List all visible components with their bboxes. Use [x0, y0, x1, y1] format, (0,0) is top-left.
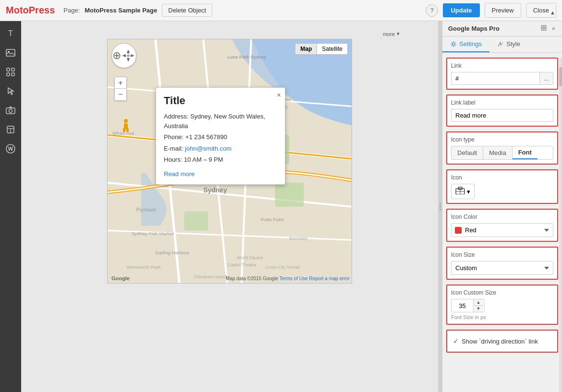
page-label: Page: — [63, 7, 80, 14]
stepper-up-button[interactable]: ▲ — [474, 299, 483, 306]
svg-text:Boundary: Boundary — [290, 236, 308, 241]
read-more-link[interactable]: Read more — [164, 170, 277, 178]
editor-area: more ▾ — [21, 21, 438, 392]
topbar: MotoPress Page: MotoPress Sample Page De… — [0, 0, 562, 21]
svg-rect-49 — [123, 128, 125, 132]
map-type-controls: Map Satellite — [295, 43, 348, 55]
icon-custom-size-label: Icon Custom Size — [451, 289, 553, 296]
icon-type-media-button[interactable]: Media — [483, 146, 512, 159]
left-sidebar: T W — [0, 21, 21, 392]
icon-preview — [455, 187, 465, 196]
icon-color-select[interactable]: Red Blue Green Black White — [451, 223, 553, 237]
style-tab-label: Style — [506, 40, 520, 48]
zoom-out-button[interactable]: − — [115, 89, 126, 100]
map-button[interactable]: Map — [295, 44, 317, 54]
icon-size-select[interactable]: Small Medium Large Custom — [451, 261, 553, 275]
svg-text:Darling Harbour: Darling Harbour — [156, 250, 190, 255]
zoom-controls: + − — [114, 77, 127, 101]
map-attribution: Map data ©2015 Google Terms of Use Repor… — [226, 276, 350, 281]
svg-text:Pyrmont: Pyrmont — [136, 207, 156, 213]
svg-point-7 — [9, 109, 12, 113]
sidebar-icon-wp[interactable]: W — [2, 140, 19, 157]
icon-type-group: Default Media Font — [451, 146, 553, 160]
sidebar-icon-camera[interactable] — [2, 102, 19, 119]
icon-custom-size-input[interactable] — [452, 299, 473, 312]
svg-rect-2 — [7, 68, 10, 71]
panel-close-button[interactable]: × — [550, 25, 556, 32]
sidebar-icon-grid[interactable] — [2, 63, 19, 81]
icon-type-font-button[interactable]: Font — [513, 146, 538, 159]
icon-type-default-button[interactable]: Default — [452, 146, 483, 159]
svg-rect-56 — [544, 25, 546, 27]
icon-type-section: Icon type Default Media Font — [446, 131, 558, 165]
panel-expand-button[interactable] — [540, 25, 548, 32]
sidebar-icon-image[interactable] — [2, 44, 19, 61]
help-button[interactable]: ? — [426, 4, 438, 17]
terms-link[interactable]: Terms of Use — [280, 276, 308, 281]
popup-title: Title — [164, 95, 277, 107]
driving-direction-toggle[interactable]: ✓ — [453, 337, 459, 345]
svg-text:Potts Point: Potts Point — [261, 217, 284, 222]
link-action-button[interactable]: ... — [539, 72, 553, 84]
map-data-text: Map data ©2015 Google — [226, 276, 278, 281]
svg-text:Luna Park Sydney: Luna Park Sydney — [227, 54, 266, 59]
popup-address: Address: Sydney, New South Wales, Austra… — [164, 112, 277, 131]
resize-dot — [440, 203, 441, 204]
svg-marker-45 — [131, 54, 134, 57]
page-name: MotoPress Sample Page — [85, 7, 157, 14]
color-select-wrapper: Red Blue Green Black White — [451, 223, 553, 237]
settings-icon — [450, 41, 457, 48]
sidebar-icon-cursor[interactable] — [2, 83, 19, 100]
svg-marker-42 — [127, 49, 130, 53]
svg-text:W: W — [8, 146, 13, 152]
link-input[interactable] — [452, 72, 539, 84]
more-icon: ▾ — [397, 31, 400, 37]
email-link[interactable]: john@smith.com — [185, 145, 232, 152]
zoom-in-button[interactable]: + — [115, 77, 126, 89]
preview-button[interactable]: Preview — [485, 3, 521, 18]
update-button[interactable]: Update — [443, 3, 479, 17]
sidebar-icon-box[interactable] — [2, 121, 19, 138]
popup-hours: Hours: 10 AM – 9 PM — [164, 155, 277, 165]
icon-selector[interactable]: ▾ — [451, 184, 475, 199]
svg-rect-57 — [541, 28, 543, 30]
stepper-buttons: ▲ ▼ — [473, 299, 483, 312]
report-link[interactable]: Report a map error — [309, 276, 350, 281]
panel-scrollbar-thumb[interactable] — [559, 67, 562, 86]
email-label: E-mail: — [164, 145, 183, 152]
svg-text:World Square: World Square — [237, 255, 263, 260]
driving-direction-label: Show `driving direction` link — [462, 338, 538, 345]
svg-rect-3 — [12, 68, 14, 71]
svg-text:Sydney Fish Market: Sydney Fish Market — [132, 231, 174, 236]
link-label-input[interactable] — [451, 109, 553, 122]
svg-rect-58 — [544, 28, 546, 30]
svg-rect-5 — [12, 73, 14, 76]
sidebar-icon-text[interactable]: T — [2, 25, 19, 42]
tab-style[interactable]: Style — [489, 36, 528, 52]
icon-custom-size-wrapper: ▲ ▼ — [451, 299, 485, 312]
map-nav-arrows[interactable] — [111, 43, 136, 68]
link-label-section: Link label — [446, 95, 558, 127]
popup-close-button[interactable]: × — [277, 91, 281, 99]
pegman-icon[interactable] — [121, 119, 131, 135]
link-label-section-label: Link label — [451, 99, 553, 106]
custom-size-hint: Font Size in px — [451, 314, 553, 320]
link-section: Link ... ▲ — [446, 58, 558, 90]
map-container: Sydney Pyrmont Sydney Fish Market Darlin… — [107, 39, 352, 284]
satellite-button[interactable]: Satellite — [317, 44, 347, 54]
more-button[interactable]: more ▾ — [383, 31, 400, 37]
phone-value: +1 234 567890 — [185, 133, 227, 141]
link-section-label: Link — [451, 62, 553, 69]
address-label: Address: — [164, 113, 188, 120]
stepper-down-button[interactable]: ▼ — [474, 306, 483, 312]
panel-resize-strip[interactable] — [438, 21, 442, 392]
tab-settings[interactable]: Settings — [442, 36, 489, 52]
svg-rect-23 — [275, 183, 304, 207]
delete-object-button[interactable]: Delete Object — [162, 4, 212, 17]
panel-header: Google Maps Pro × — [442, 21, 562, 36]
icon-custom-size-section: Icon Custom Size ▲ ▼ Font Size in px — [446, 285, 558, 325]
icon-type-section-label: Icon type — [451, 136, 553, 143]
icon-size-section-label: Icon Size — [451, 251, 553, 258]
svg-rect-50 — [126, 128, 129, 132]
style-icon — [497, 41, 504, 48]
